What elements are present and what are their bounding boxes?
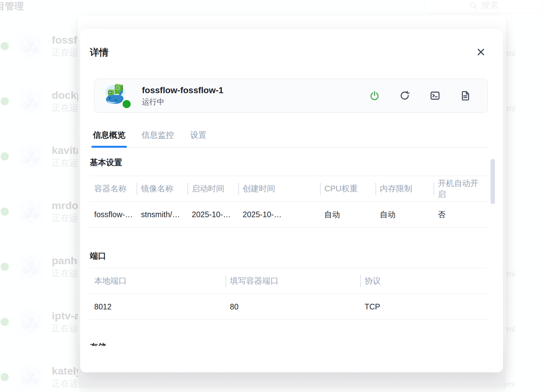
- container-card-texts: fossflow-fossflow-1 运行中: [142, 85, 223, 107]
- tab-bar: 信息概览 信息监控 设置: [92, 130, 488, 148]
- table-cell: stnsmith/…: [137, 202, 187, 227]
- table-cell: 自动: [320, 202, 375, 227]
- logs-icon: [460, 90, 471, 101]
- modal-title: 详情: [90, 47, 488, 58]
- table-cell: 8012: [90, 294, 225, 320]
- table-row: fossflow-…stnsmith/…2025-10-…2025-10-…自动…: [90, 202, 488, 227]
- tab[interactable]: 信息概览: [92, 130, 126, 147]
- table-cell: 否: [433, 202, 488, 227]
- container-card: XII fossflow-fossflow-1 运行中: [94, 79, 488, 113]
- svg-text:XII: XII: [109, 91, 112, 93]
- power-icon: [369, 90, 380, 101]
- details-modal: 详情: [80, 29, 503, 372]
- table-row: 801280TCP: [90, 294, 488, 320]
- column-header: 启动时间: [187, 176, 238, 202]
- modal-header: 详情: [90, 29, 488, 58]
- close-button[interactable]: [474, 45, 488, 59]
- container-name: fossflow-fossflow-1: [142, 85, 223, 96]
- logs-button[interactable]: [459, 90, 471, 102]
- table-cell: 2025-10-…: [187, 202, 238, 227]
- table-cell: fossflow-…: [90, 202, 137, 227]
- restart-icon: [399, 90, 410, 101]
- column-header: 创建时间: [238, 176, 320, 202]
- modal-scrollbar-thumb[interactable]: [491, 159, 495, 204]
- column-header: 协议: [360, 268, 488, 294]
- container-actions: [369, 90, 471, 102]
- table-header-row: 本地端口填写容器端口协议: [90, 268, 488, 294]
- terminal-button[interactable]: [429, 90, 441, 102]
- column-header: 开机自动开启: [433, 176, 488, 202]
- column-header: CPU权重: [320, 176, 375, 202]
- ports-table: 本地端口填写容器端口协议 801280TCP: [90, 268, 488, 320]
- container-logo: XII: [103, 83, 129, 109]
- column-header: 填写容器端口: [225, 268, 360, 294]
- power-button[interactable]: [369, 90, 380, 102]
- basic-settings-table: 容器名称镜像名称启动时间创建时间CPU权重内存限制开机自动开启 fossflow…: [90, 176, 488, 227]
- app-stage: 目管理 搜索: [0, 0, 547, 392]
- column-header: 内存限制: [375, 176, 433, 202]
- table-cell: 自动: [375, 202, 433, 227]
- container-status: 运行中: [142, 97, 223, 107]
- tab[interactable]: 设置: [190, 130, 207, 147]
- terminal-icon: [430, 90, 440, 101]
- table-header-row: 容器名称镜像名称启动时间创建时间CPU权重内存限制开机自动开启: [90, 176, 488, 202]
- close-icon: [476, 47, 486, 57]
- restart-button[interactable]: [399, 90, 411, 102]
- column-header: 本地端口: [90, 268, 225, 294]
- table-cell: TCP: [360, 294, 488, 320]
- running-dot-icon: [121, 99, 132, 109]
- storage-heading: 存储: [90, 342, 488, 346]
- ports-heading: 端口: [90, 251, 488, 261]
- storage-section-clipped: 存储: [90, 342, 488, 346]
- basic-settings-heading: 基本设置: [90, 157, 488, 168]
- table-cell: 80: [225, 294, 360, 320]
- column-header: 容器名称: [90, 176, 137, 202]
- table-cell: 2025-10-…: [238, 202, 320, 227]
- tab[interactable]: 信息监控: [141, 130, 175, 147]
- column-header: 镜像名称: [137, 176, 187, 202]
